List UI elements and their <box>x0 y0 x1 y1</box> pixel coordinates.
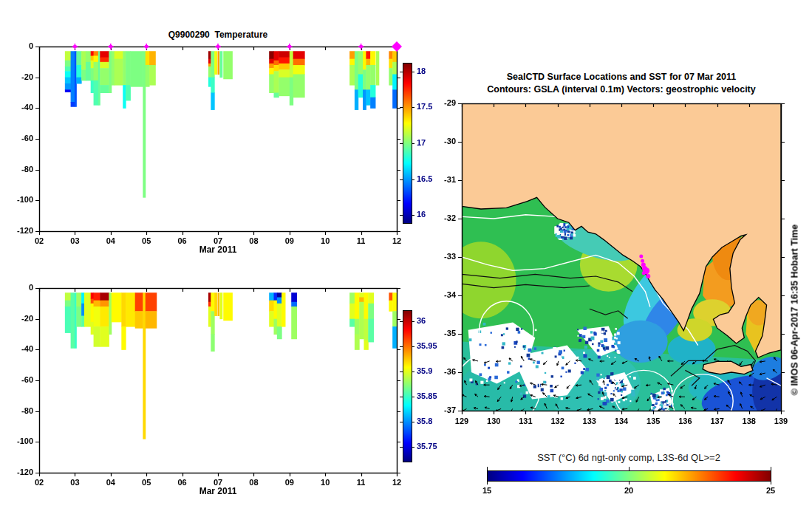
sst-map-panel: SealCTD Surface Locations and SST for 07… <box>443 66 812 517</box>
temperature-panel: Q9900290 Temperature Mar 2011 <box>0 0 443 260</box>
sst-map-canvas <box>443 96 812 451</box>
sst-colorbar-canvas <box>443 451 812 502</box>
salinity-panel: Mar 2011 <box>0 264 443 517</box>
imos-credit-text: © IMOS 06-Apr-2017 16:35 Hobart Time <box>790 192 802 428</box>
map-title-line1: SealCTD Surface Locations and SST for 07… <box>451 72 791 82</box>
map-title-line2: Contours: GSLA (interval 0.1m) Vectors: … <box>451 84 791 95</box>
salinity-heatmap-canvas <box>0 264 443 507</box>
temperature-x-axis-label: Mar 2011 <box>39 244 397 255</box>
salinity-x-axis-label: Mar 2011 <box>39 486 397 496</box>
temperature-heatmap-canvas <box>0 0 443 260</box>
